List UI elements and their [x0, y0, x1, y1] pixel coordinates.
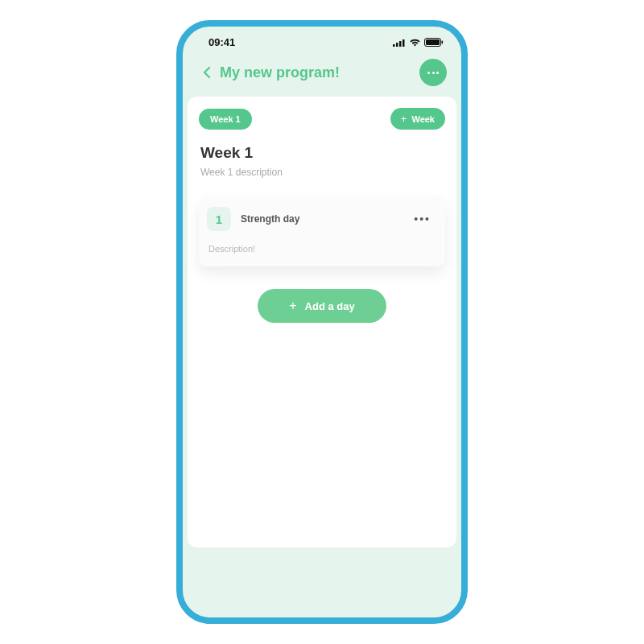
svg-rect-1: [396, 43, 398, 47]
more-menu-button[interactable]: [419, 59, 447, 86]
svg-rect-0: [393, 44, 395, 47]
content-card: Week 1 + Week Week 1 Week 1 description …: [188, 97, 456, 547]
week-controls: Week 1 + Week: [199, 108, 445, 130]
svg-rect-5: [426, 39, 440, 45]
cellular-signal-icon: [393, 39, 406, 47]
svg-rect-3: [402, 39, 405, 47]
more-horizontal-icon: •••: [414, 213, 431, 225]
add-week-label: Week: [411, 114, 435, 124]
day-header: 1 Strength day •••: [207, 207, 434, 231]
status-time: 09:41: [208, 36, 235, 48]
svg-rect-2: [399, 41, 402, 47]
plus-icon: +: [289, 299, 296, 312]
day-more-button[interactable]: •••: [414, 213, 431, 225]
back-button[interactable]: [197, 63, 217, 82]
section-title: Week 1: [200, 144, 444, 162]
page-header: My new program!: [183, 53, 461, 97]
chevron-left-icon: [203, 66, 211, 79]
day-card[interactable]: 1 Strength day ••• Description!: [199, 197, 445, 266]
day-description: Description!: [208, 244, 434, 254]
day-number-badge: 1: [207, 207, 231, 231]
plus-icon: +: [401, 114, 407, 124]
wifi-icon: [409, 38, 421, 47]
phone-frame: 09:41 My new program! Week 1: [176, 20, 468, 624]
day-title: Strength day: [241, 213, 299, 225]
section-subtitle: Week 1 description: [200, 167, 444, 178]
status-bar: 09:41: [183, 27, 461, 53]
battery-icon: [424, 38, 444, 47]
svg-rect-6: [442, 41, 444, 44]
add-week-button[interactable]: + Week: [390, 108, 445, 130]
page-title: My new program!: [220, 64, 340, 81]
status-indicators: [393, 38, 444, 47]
add-day-label: Add a day: [305, 300, 355, 312]
more-horizontal-icon: [427, 72, 439, 74]
week-tab-1[interactable]: Week 1: [199, 109, 252, 130]
add-day-button[interactable]: + Add a day: [258, 289, 386, 323]
